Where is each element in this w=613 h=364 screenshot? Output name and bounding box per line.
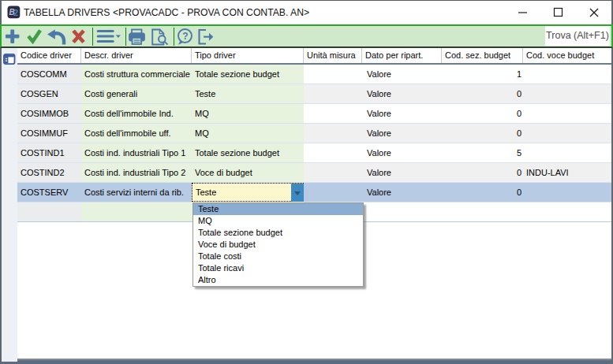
svg-text:2: 2 <box>13 8 18 17</box>
svg-text:?: ? <box>182 31 188 42</box>
